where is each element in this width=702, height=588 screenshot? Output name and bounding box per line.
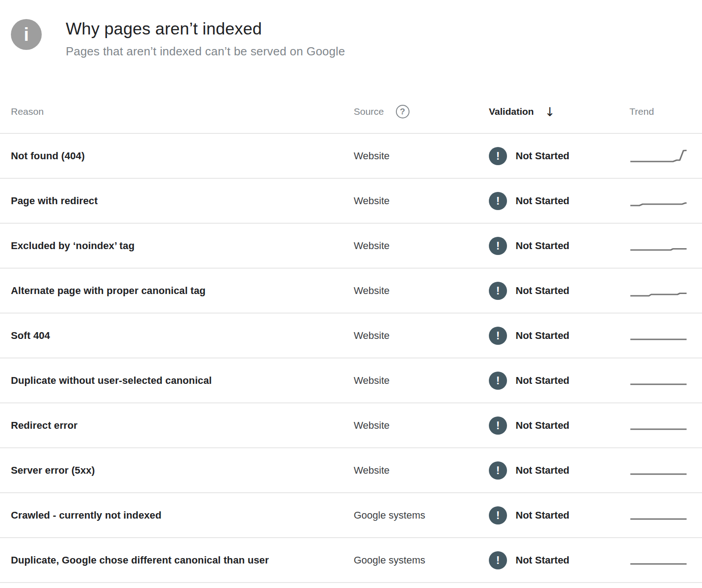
validation-cell: ! Not Started (489, 372, 629, 390)
table-header: Reason Source ? Validation ↓ Trend (0, 90, 702, 134)
validation-status-label: Not Started (516, 420, 570, 431)
validation-cell: ! Not Started (489, 192, 629, 210)
table-row[interactable]: Crawled - currently not indexed Google s… (0, 493, 702, 538)
info-icon-glyph: i (24, 24, 29, 45)
validation-badge: ! (489, 372, 507, 390)
trend-cell (629, 551, 702, 569)
validation-cell: ! Not Started (489, 282, 629, 300)
table-row[interactable]: Server error (5xx) Website ! Not Started (0, 448, 702, 493)
source-label: Website (354, 465, 489, 476)
source-label: Website (354, 285, 489, 297)
validation-badge: ! (489, 416, 507, 435)
trend-cell (629, 416, 702, 435)
trend-sparkline (629, 461, 687, 480)
reason-label: Redirect error (0, 420, 354, 431)
page-header-titles: Why pages aren’t indexed Pages that aren… (66, 19, 345, 59)
arrow-down-icon: ↓ (545, 105, 555, 119)
trend-cell (629, 237, 702, 255)
help-icon-glyph: ? (400, 107, 405, 117)
exclamation-icon: ! (496, 419, 500, 432)
reason-label: Duplicate without user-selected canonica… (0, 375, 354, 387)
validation-cell: ! Not Started (489, 506, 629, 524)
trend-cell (629, 147, 702, 165)
trend-sparkline (629, 192, 687, 210)
table-row[interactable]: Soft 404 Website ! Not Started (0, 314, 702, 358)
reason-label: Crawled - currently not indexed (0, 510, 354, 521)
column-header-trend[interactable]: Trend (629, 106, 702, 117)
table-row[interactable]: Duplicate without user-selected canonica… (0, 358, 702, 403)
trend-sparkline (629, 147, 687, 165)
page-root: i Why pages aren’t indexed Pages that ar… (0, 0, 702, 588)
validation-badge: ! (489, 327, 507, 345)
exclamation-icon: ! (496, 240, 500, 252)
table-body: Not found (404) Website ! Not Started Pa… (0, 134, 702, 583)
reason-label: Excluded by ‘noindex’ tag (0, 240, 354, 252)
trend-sparkline (629, 282, 687, 300)
column-header-validation-label: Validation (489, 106, 534, 117)
validation-badge: ! (489, 192, 507, 210)
table-row[interactable]: Duplicate, Google chose different canoni… (0, 538, 702, 583)
exclamation-icon: ! (496, 509, 500, 522)
table-row[interactable]: Page with redirect Website ! Not Started (0, 179, 702, 224)
source-label: Google systems (354, 554, 489, 566)
validation-badge: ! (489, 147, 507, 165)
exclamation-icon: ! (496, 195, 500, 207)
source-label: Website (354, 150, 489, 162)
validation-status-label: Not Started (516, 240, 570, 252)
validation-status-label: Not Started (516, 554, 570, 566)
trend-sparkline (629, 551, 687, 569)
reason-label: Server error (5xx) (0, 465, 354, 476)
validation-status-label: Not Started (516, 150, 570, 162)
trend-sparkline (629, 506, 687, 524)
validation-status-label: Not Started (516, 285, 570, 297)
page-header: i Why pages aren’t indexed Pages that ar… (0, 0, 702, 59)
column-header-validation[interactable]: Validation ↓ (489, 105, 629, 119)
help-icon[interactable]: ? (396, 105, 410, 118)
trend-sparkline (629, 327, 687, 345)
validation-cell: ! Not Started (489, 461, 629, 480)
column-header-source-label: Source (354, 106, 384, 117)
trend-sparkline (629, 416, 687, 435)
validation-cell: ! Not Started (489, 237, 629, 255)
trend-cell (629, 327, 702, 345)
reason-label: Not found (404) (0, 150, 354, 162)
trend-sparkline (629, 237, 687, 255)
table-row[interactable]: Excluded by ‘noindex’ tag Website ! Not … (0, 224, 702, 269)
page-subtitle: Pages that aren’t indexed can’t be serve… (66, 44, 345, 59)
validation-badge: ! (489, 237, 507, 255)
reason-label: Page with redirect (0, 195, 354, 207)
reason-label: Soft 404 (0, 330, 354, 342)
source-label: Website (354, 240, 489, 252)
column-header-reason[interactable]: Reason (0, 106, 354, 117)
trend-sparkline (629, 372, 687, 390)
validation-badge: ! (489, 461, 507, 480)
validation-cell: ! Not Started (489, 551, 629, 569)
page-title: Why pages aren’t indexed (66, 19, 345, 39)
trend-cell (629, 506, 702, 524)
validation-status-label: Not Started (516, 330, 570, 342)
exclamation-icon: ! (496, 329, 500, 342)
column-header-source[interactable]: Source ? (354, 105, 489, 118)
validation-status-label: Not Started (516, 465, 570, 476)
column-header-reason-label: Reason (11, 106, 44, 117)
validation-cell: ! Not Started (489, 416, 629, 435)
source-label: Website (354, 375, 489, 387)
table-row[interactable]: Alternate page with proper canonical tag… (0, 269, 702, 314)
validation-badge: ! (489, 282, 507, 300)
validation-cell: ! Not Started (489, 147, 629, 165)
trend-cell (629, 461, 702, 480)
trend-cell (629, 372, 702, 390)
table-row[interactable]: Not found (404) Website ! Not Started (0, 134, 702, 179)
info-icon: i (11, 19, 42, 50)
exclamation-icon: ! (496, 374, 500, 387)
table-row[interactable]: Redirect error Website ! Not Started (0, 403, 702, 448)
validation-status-label: Not Started (516, 195, 570, 207)
exclamation-icon: ! (496, 150, 500, 162)
validation-status-label: Not Started (516, 375, 570, 387)
source-label: Google systems (354, 510, 489, 521)
validation-badge: ! (489, 506, 507, 524)
source-label: Website (354, 420, 489, 431)
exclamation-icon: ! (496, 284, 500, 297)
exclamation-icon: ! (496, 464, 500, 477)
reason-label: Alternate page with proper canonical tag (0, 285, 354, 297)
